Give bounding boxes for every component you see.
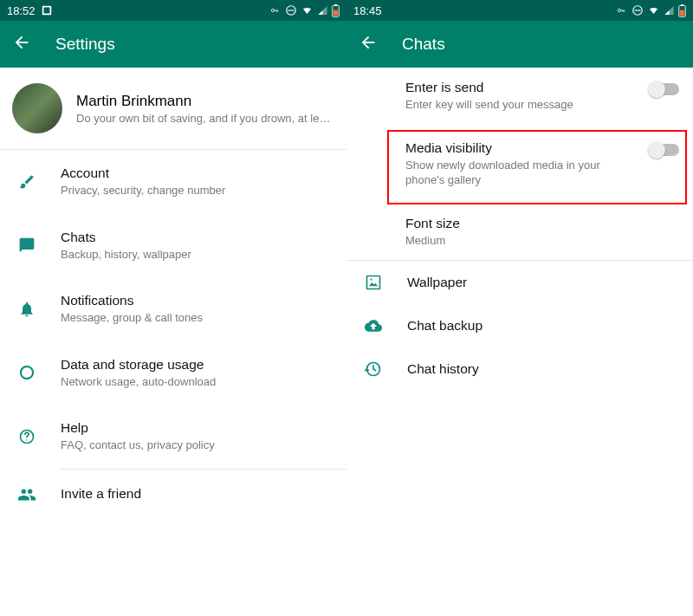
item-sub: Show newly downloaded media in your phon… <box>405 158 639 188</box>
people-icon <box>17 485 36 504</box>
help-icon <box>17 427 36 446</box>
item-sub: Privacy, security, change number <box>61 183 333 198</box>
settings-item-help[interactable]: Help FAQ, contact us, privacy policy <box>0 405 346 469</box>
dnd-icon <box>631 4 644 16</box>
data-usage-icon <box>17 363 36 382</box>
item-title: Chat history <box>407 361 679 377</box>
svg-rect-6 <box>334 4 337 6</box>
settings-item-notifications[interactable]: Notifications Message, group & call tone… <box>0 277 346 341</box>
svg-rect-15 <box>681 4 683 6</box>
screenshot-icon <box>41 4 53 16</box>
page-title: Settings <box>55 35 115 54</box>
svg-rect-1 <box>43 8 49 14</box>
item-title: Notifications <box>61 293 333 308</box>
settings-item-account[interactable]: Account Privacy, security, change number <box>0 150 346 214</box>
item-title: Font size <box>405 216 679 231</box>
history-icon <box>364 360 383 379</box>
toggle-switch[interactable] <box>650 144 679 156</box>
item-sub: Medium <box>405 233 679 249</box>
wifi-icon <box>647 5 660 16</box>
item-sub: Message, group & call tones <box>61 310 333 326</box>
dnd-icon <box>285 4 297 16</box>
chats-item-chat-history[interactable]: Chat history <box>346 347 693 391</box>
vpn-key-icon <box>614 6 628 15</box>
chats-item-wallpaper[interactable]: Wallpaper <box>346 261 693 304</box>
settings-item-data[interactable]: Data and storage usage Network usage, au… <box>0 341 346 405</box>
back-icon[interactable] <box>12 33 31 55</box>
wifi-icon <box>301 5 314 16</box>
item-title: Data and storage usage <box>61 357 333 373</box>
profile-name: Martin Brinkmann <box>76 93 333 110</box>
settings-screen: 18:52 Settings Martin Brinkmann Do your … <box>0 0 346 616</box>
svg-rect-16 <box>680 10 684 15</box>
svg-rect-7 <box>334 10 338 15</box>
app-bar: Settings <box>0 21 346 68</box>
page-title: Chats <box>402 35 445 54</box>
wallpaper-icon <box>364 273 383 292</box>
avatar <box>12 83 62 133</box>
svg-point-10 <box>26 439 27 440</box>
key-icon <box>17 172 36 191</box>
status-bar: 18:45 <box>346 0 693 21</box>
item-title: Invite a friend <box>61 486 333 502</box>
app-bar: Chats <box>346 21 693 68</box>
cloud-upload-icon <box>364 316 383 335</box>
item-title: Chat backup <box>407 318 679 334</box>
item-sub: Backup, history, wallpaper <box>61 247 333 263</box>
profile-row[interactable]: Martin Brinkmann Do your own bit of savi… <box>0 68 346 149</box>
item-title: Account <box>61 165 333 181</box>
status-time: 18:45 <box>353 4 382 17</box>
item-title: Help <box>61 420 333 436</box>
item-title: Media visibility <box>405 140 639 156</box>
battery-icon <box>332 4 340 17</box>
toggle-switch[interactable] <box>650 83 679 95</box>
item-sub: FAQ, contact us, privacy policy <box>61 438 333 453</box>
item-sub: Enter key will send your message <box>405 97 639 113</box>
bell-icon <box>17 300 36 319</box>
item-title: Enter is send <box>405 80 639 95</box>
chats-item-font-size[interactable]: Font size Medium <box>346 204 693 261</box>
chats-screen: 18:45 Chats Enter is send Enter key will… <box>346 0 693 616</box>
status-bar: 18:52 <box>0 0 346 21</box>
item-title: Chats <box>61 230 333 245</box>
vpn-key-icon <box>268 6 282 15</box>
svg-point-11 <box>618 9 620 11</box>
chats-item-media-visibility[interactable]: Media visibility Show newly downloaded m… <box>346 125 693 204</box>
settings-item-chats[interactable]: Chats Backup, history, wallpaper <box>0 214 346 278</box>
svg-rect-17 <box>367 276 380 289</box>
svg-point-18 <box>370 279 372 281</box>
chat-icon <box>17 236 36 255</box>
signal-icon <box>664 5 675 16</box>
item-title: Wallpaper <box>407 275 679 290</box>
back-icon[interactable] <box>359 33 378 55</box>
profile-status: Do your own bit of saving, and if you dr… <box>76 112 333 125</box>
signal-icon <box>317 5 328 16</box>
chats-item-chat-backup[interactable]: Chat backup <box>346 304 693 347</box>
status-time: 18:52 <box>7 4 36 17</box>
item-sub: Network usage, auto-download <box>61 374 333 390</box>
battery-icon <box>678 4 686 17</box>
svg-point-2 <box>271 9 274 11</box>
settings-item-invite[interactable]: Invite a friend <box>0 470 346 520</box>
chats-item-enter-is-send[interactable]: Enter is send Enter key will send your m… <box>346 68 693 125</box>
